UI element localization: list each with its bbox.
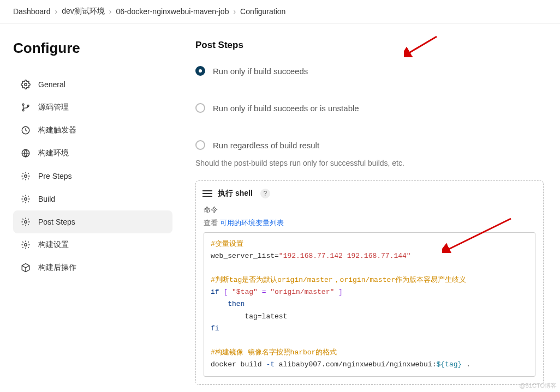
build-step-card: 执行 shell ? 命令 查看 可用的环境变量列表 #变量设置 web_ser… [195,180,544,385]
step-title: 执行 shell [218,189,253,198]
radio-option-regardless[interactable]: Run regardless of build result [195,140,544,150]
svg-point-6 [25,175,27,178]
crumb-env[interactable]: dev测试环境 [62,7,105,16]
sidebar-item-postbuild[interactable]: 构建后操作 [13,256,172,279]
radio-option-unstable[interactable]: Run only if build succeeds or is unstabl… [195,103,544,113]
sidebar-item-build[interactable]: Build [13,188,172,210]
radio-icon [195,103,205,113]
svg-point-2 [22,110,24,111]
svg-point-1 [22,104,24,105]
env-vars-link[interactable]: 可用的环境变量列表 [220,219,284,227]
radio-label: Run only if build succeeds or is unstabl… [213,104,359,113]
chevron-right-icon: › [109,7,112,16]
svg-point-7 [25,198,27,201]
radio-label: Run regardless of build result [213,141,319,150]
clock-icon [21,125,31,135]
gear-icon [21,194,31,204]
radio-label: Run only if build succeeds [213,67,308,76]
svg-point-3 [27,105,29,107]
sidebar-item-label: Post Steps [38,218,75,226]
sidebar-item-buildsettings[interactable]: 构建设置 [13,233,172,256]
radio-option-succeeds[interactable]: Run only if build succeeds [195,66,544,76]
svg-point-9 [25,244,27,246]
sidebar-item-presteps[interactable]: Pre Steps [13,165,172,188]
gear-icon [21,240,31,250]
help-text: Should the post-build steps run only for… [195,159,544,167]
svg-point-8 [25,221,27,224]
globe-icon [21,148,31,158]
gear-icon [21,171,31,181]
cube-icon [21,263,31,273]
section-heading: Post Steps [195,40,544,51]
radio-icon [195,140,205,150]
chevron-right-icon: › [233,7,236,16]
crumb-page[interactable]: Configuration [240,7,285,16]
help-icon[interactable]: ? [260,189,270,198]
sidebar-item-label: 构建后操作 [38,263,76,273]
sidebar: Configure General 源码管理 构建触发器 构建环境 Pre St… [0,23,186,385]
sidebar-item-triggers[interactable]: 构建触发器 [13,119,172,142]
gear-icon [21,80,31,89]
field-label: 命令 [204,205,535,215]
sidebar-item-label: Build [38,195,55,203]
sidebar-item-label: 构建设置 [38,240,69,250]
env-link-row: 查看 可用的环境变量列表 [204,218,535,228]
page-title: Configure [13,40,172,57]
sidebar-item-label: 源码管理 [38,102,69,112]
chevron-right-icon: › [55,7,58,16]
drag-handle-icon[interactable] [202,190,212,197]
sidebar-item-label: 构建触发器 [38,125,76,135]
gear-icon [21,217,31,227]
branch-icon [21,102,31,112]
sidebar-item-label: Pre Steps [38,172,72,180]
shell-command-input[interactable]: #变量设置 web_server_list="192.168.77.142 19… [204,232,535,377]
sidebar-item-label: 构建环境 [38,148,69,158]
radio-icon [195,66,205,76]
breadcrumb: Dashboard › dev测试环境 › 06-docker-nginxweb… [0,0,560,23]
sidebar-item-poststeps[interactable]: Post Steps [13,210,172,233]
crumb-dashboard[interactable]: Dashboard [13,7,51,16]
main-content: Post Steps Run only if build succeeds Ru… [186,23,560,385]
sidebar-item-scm[interactable]: 源码管理 [13,96,172,119]
svg-point-0 [25,83,27,86]
sidebar-item-env[interactable]: 构建环境 [13,142,172,165]
sidebar-item-general[interactable]: General [13,73,172,96]
crumb-job[interactable]: 06-docker-nginxwebui-maven-job [116,7,229,16]
sidebar-item-label: General [38,80,65,89]
